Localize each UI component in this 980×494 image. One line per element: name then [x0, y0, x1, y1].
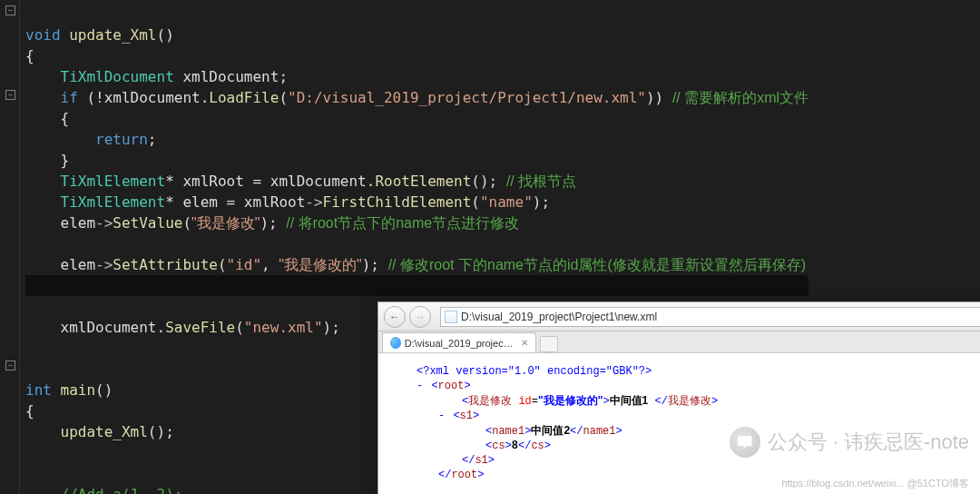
fold-icon[interactable]: −	[5, 361, 15, 370]
back-button[interactable]: ←	[384, 306, 406, 328]
ie-icon	[390, 337, 401, 349]
comment: // 需要解析的xml文件	[672, 90, 808, 105]
keyword: void	[25, 26, 61, 44]
current-line-highlight	[25, 275, 808, 296]
editor-gutter: − − −	[0, 0, 20, 494]
xml-declaration: <?xml version="1.0" encoding="GBK"?>	[416, 365, 652, 378]
browser-toolbar: ← → D:\visual_2019_project\Project1\new.…	[378, 302, 980, 331]
identifier: xmlDocument	[182, 68, 279, 85]
file-icon	[445, 311, 457, 323]
keyword: return	[95, 131, 148, 148]
xml-viewer[interactable]: <?xml version="1.0" encoding="GBK"?> - <…	[378, 353, 980, 494]
forward-button[interactable]: →	[409, 306, 431, 328]
keyword: if	[61, 89, 78, 106]
fold-icon[interactable]: −	[5, 90, 15, 100]
tab-title: D:\visual_2019_project\Pr...	[405, 338, 515, 349]
address-bar[interactable]: D:\visual_2019_project\Project1\new.xml	[440, 307, 980, 327]
new-tab-button[interactable]	[540, 336, 558, 352]
collapse-icon[interactable]: -	[416, 380, 423, 392]
browser-tab[interactable]: D:\visual_2019_project\Pr... ✕	[382, 332, 536, 352]
function-name: update_Xml	[69, 26, 156, 44]
type-name: TiXmlDocument	[61, 68, 174, 85]
tab-strip: D:\visual_2019_project\Pr... ✕	[378, 331, 980, 353]
fold-icon[interactable]: −	[5, 5, 15, 15]
address-text: D:\visual_2019_project\Project1\new.xml	[461, 311, 657, 323]
close-icon[interactable]: ✕	[521, 338, 528, 348]
brace: {	[25, 47, 34, 64]
collapse-icon[interactable]: -	[438, 410, 445, 422]
browser-window[interactable]: ← → D:\visual_2019_project\Project1\new.…	[377, 301, 980, 494]
